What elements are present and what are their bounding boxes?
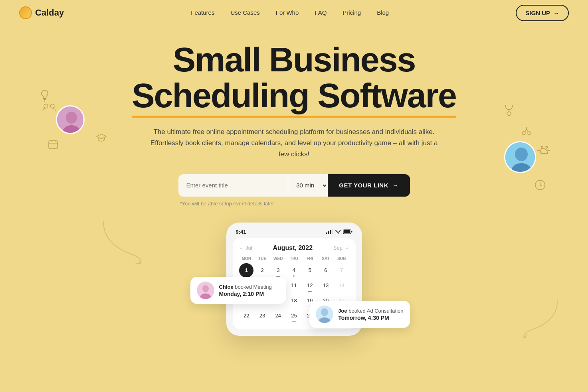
- get-link-button[interactable]: GET YOUR LINK →: [328, 174, 410, 197]
- svg-rect-30: [330, 230, 331, 234]
- signal-icon: [326, 229, 333, 234]
- cal-day[interactable]: 14: [335, 278, 349, 293]
- wifi-icon: [335, 229, 341, 234]
- svg-rect-7: [44, 99, 46, 100]
- status-time: 9:41: [236, 229, 246, 235]
- lightbulb-icon: [40, 89, 49, 104]
- svg-point-1: [66, 112, 77, 124]
- svg-rect-29: [328, 231, 329, 234]
- logo-text: Calday: [35, 8, 64, 18]
- stethoscope-icon: [504, 103, 514, 118]
- notif-action-left: booked Meeting: [235, 284, 272, 290]
- graduation-icon: [96, 133, 107, 144]
- wd-mon: MON: [239, 256, 254, 261]
- cal-prev[interactable]: ← Jul: [239, 245, 252, 251]
- notif-content-right: Joe booked Ad Consultation Tomorrow, 4:3…: [338, 307, 403, 321]
- hero-headline: Small Business Scheduling Software: [132, 41, 456, 114]
- avatar-right: [504, 141, 536, 173]
- notif-action-right: booked Ad Consultation: [348, 308, 403, 314]
- battery-icon: [343, 229, 352, 234]
- svg-rect-34: [351, 231, 352, 232]
- cal-nav: ← Jul August, 2022 Sep →: [239, 244, 349, 252]
- nav-faq[interactable]: FAQ: [315, 9, 327, 16]
- cta-label: GET YOUR LINK: [339, 182, 388, 189]
- notif-time-right: Tomorrow, 4:30 PM: [338, 315, 403, 321]
- event-title-input[interactable]: [178, 174, 288, 197]
- cal-day[interactable]: 3: [271, 263, 285, 278]
- status-icons: [326, 229, 352, 234]
- svg-rect-28: [326, 232, 327, 234]
- signup-label: SIGN UP: [525, 10, 550, 16]
- svg-point-39: [321, 308, 328, 316]
- cta-form: 15 min 30 min 45 min 60 min GET YOUR LIN…: [178, 174, 410, 197]
- notif-text-left: Chloe booked Meeting: [219, 284, 272, 291]
- calendar-section: 9:41: [0, 207, 588, 366]
- cal-day[interactable]: 1: [239, 263, 253, 278]
- cal-day[interactable]: 18: [287, 294, 301, 308]
- cal-day[interactable]: 11: [287, 278, 301, 293]
- svg-point-18: [522, 132, 525, 135]
- phone-frame: 9:41: [226, 223, 362, 336]
- calendar-deco-icon: [48, 139, 58, 152]
- notif-avatar-left: [197, 282, 214, 299]
- nav-links: Features Use Cases For Who FAQ Pricing B…: [191, 9, 389, 16]
- cal-day[interactable]: 12: [303, 278, 317, 293]
- signup-arrow: →: [553, 10, 559, 16]
- notification-right: Joe booked Ad Consultation Tomorrow, 4:3…: [309, 301, 410, 328]
- wd-tue: TUE: [255, 256, 270, 261]
- people-icon: [42, 103, 56, 114]
- svg-point-19: [528, 132, 531, 135]
- cal-day[interactable]: 2: [255, 263, 269, 278]
- notif-content-left: Chloe booked Meeting Monday, 2:10 PM: [219, 284, 272, 297]
- cal-day[interactable]: 5: [303, 263, 317, 278]
- cal-weekdays: MON TUE WED THU FRI SAT SUN: [239, 256, 349, 261]
- duration-select[interactable]: 15 min 30 min 45 min 60 min: [288, 174, 328, 197]
- cal-day[interactable]: 4: [287, 263, 301, 278]
- cal-day[interactable]: 23: [255, 309, 269, 323]
- svg-line-20: [525, 129, 527, 132]
- nav-pricing[interactable]: Pricing: [343, 9, 361, 16]
- headline-line1: Small Business: [173, 40, 416, 79]
- signup-button[interactable]: SIGN UP →: [516, 5, 569, 21]
- svg-line-25: [540, 185, 542, 186]
- svg-rect-6: [43, 98, 46, 99]
- phone-mockup: 9:41: [226, 207, 362, 336]
- svg-point-4: [515, 148, 528, 161]
- avatar-left: [56, 105, 85, 134]
- notification-left: Chloe booked Meeting Monday, 2:10 PM: [190, 277, 286, 304]
- notif-time-left: Monday, 2:10 PM: [219, 291, 272, 297]
- wd-fri: FRI: [302, 256, 317, 261]
- scissors-icon: [521, 125, 532, 138]
- wd-sun: SUN: [334, 256, 349, 261]
- cta-note: *You will be able setup event details la…: [178, 201, 410, 207]
- clock-icon: [534, 179, 546, 193]
- wd-thu: THU: [287, 256, 302, 261]
- headline-line2-wrapper: Scheduling Software: [132, 77, 456, 113]
- phone-status-bar: 9:41: [233, 229, 356, 238]
- svg-point-36: [202, 285, 209, 292]
- cal-day[interactable]: 22: [239, 309, 253, 323]
- cal-next[interactable]: Sep →: [333, 245, 349, 251]
- svg-point-9: [44, 104, 48, 108]
- hero-section: Small Business Scheduling Software The u…: [0, 26, 588, 215]
- cal-day[interactable]: 6: [319, 263, 333, 278]
- headline-line2: Scheduling Software: [132, 76, 456, 114]
- cal-day[interactable]: 7: [335, 263, 349, 278]
- notif-user-right: Joe: [338, 308, 347, 314]
- cal-day[interactable]: 13: [319, 278, 333, 293]
- nav-blog[interactable]: Blog: [377, 9, 389, 16]
- svg-rect-31: [332, 229, 333, 234]
- nav-for-who[interactable]: For Who: [276, 9, 299, 16]
- notif-text-right: Joe booked Ad Consultation: [338, 307, 403, 315]
- headline-underline: [132, 116, 456, 118]
- wd-sat: SAT: [318, 256, 333, 261]
- cal-day[interactable]: 25: [287, 309, 301, 323]
- nav-features[interactable]: Features: [191, 9, 214, 16]
- nav-use-cases[interactable]: Use Cases: [230, 9, 259, 16]
- svg-line-21: [527, 129, 528, 132]
- cal-month-label: August, 2022: [273, 244, 313, 252]
- hero-subtitle: The ultimate free online appointment sch…: [150, 126, 438, 160]
- cal-day[interactable]: 24: [271, 309, 285, 323]
- logo[interactable]: Calday: [19, 6, 64, 19]
- svg-rect-33: [343, 230, 350, 233]
